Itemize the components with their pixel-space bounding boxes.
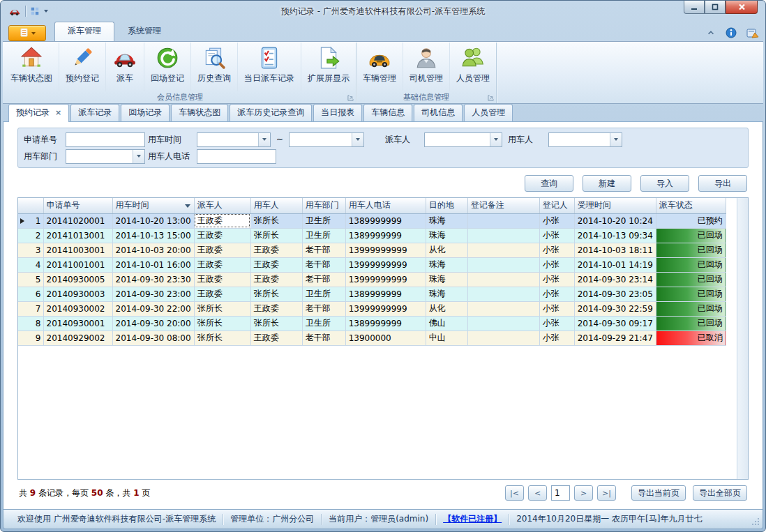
maximize-button[interactable] [705, 1, 726, 14]
doc-tab-人员管理[interactable]: 人员管理 [464, 104, 513, 121]
ribbon-button-预约登记[interactable]: 预约登记 [59, 43, 106, 91]
ribbon-button-扩展屏显示[interactable]: 扩展屏显示 [301, 43, 356, 91]
cell-request_no[interactable]: 20141003001 [43, 243, 112, 257]
cell-request_no[interactable]: 20140930003 [43, 287, 112, 301]
cell-dispatcher[interactable]: 张所长 [194, 316, 250, 330]
column-header-selector[interactable] [18, 198, 43, 213]
table-row[interactable]: 2201410130012014-10-13 15:00王政委张所长卫生所138… [18, 228, 726, 243]
user-combo[interactable] [548, 132, 622, 147]
cell-department[interactable]: 老干部 [302, 330, 345, 345]
cell-registrar[interactable]: 小张 [539, 316, 574, 330]
column-header-受理时间[interactable]: 受理时间 [574, 198, 656, 213]
cell-status[interactable]: 已回场 [656, 228, 726, 243]
about-icon[interactable] [746, 27, 759, 38]
registration-link[interactable]: 【软件已注册】 [436, 513, 509, 525]
export-all-pages-button[interactable]: 导出全部页 [693, 485, 747, 501]
cell-accept_time[interactable]: 2014-09-30 23:05 [574, 287, 656, 301]
table-row[interactable]: 1201410200012014-10-20 13:00王政委张所长卫生所138… [18, 213, 726, 228]
cell-registrar[interactable]: 小张 [539, 301, 574, 316]
column-header-派车状态[interactable]: 派车状态 [656, 198, 726, 213]
cell-phone[interactable]: 1389999999 [345, 316, 426, 330]
doc-tab-回场记录[interactable]: 回场记录 [121, 104, 170, 121]
cell-accept_time[interactable]: 2014-10-01 14:19 [574, 257, 656, 272]
cell-remark[interactable] [467, 257, 539, 272]
column-header-目的地[interactable]: 目的地 [426, 198, 467, 213]
cell-accept_time[interactable]: 2014-10-03 18:11 [574, 243, 656, 257]
cell-use_time[interactable]: 2014-09-30 23:30 [112, 272, 194, 287]
cell-registrar[interactable]: 小张 [539, 287, 574, 301]
cell-remark[interactable] [467, 301, 539, 316]
cell-request_no[interactable]: 20141001001 [43, 257, 112, 272]
cell-remark[interactable] [467, 228, 539, 243]
dialog-launcher-icon[interactable] [347, 95, 354, 101]
cell-department[interactable]: 老干部 [302, 243, 345, 257]
cell-accept_time[interactable]: 2014-09-30 09:17 [574, 316, 656, 330]
request-no-input[interactable] [66, 132, 145, 147]
column-header-登记人[interactable]: 登记人 [539, 198, 574, 213]
cell-destination[interactable]: 珠海 [426, 213, 467, 228]
cell-request_no[interactable]: 20140930002 [43, 301, 112, 316]
combo-arrow-icon[interactable] [610, 133, 622, 146]
cell-phone[interactable]: 13999999999 [345, 301, 426, 316]
cell-registrar[interactable]: 小张 [539, 272, 574, 287]
prev-page-button[interactable]: < [528, 485, 547, 501]
ribbon-button-人员管理[interactable]: 人员管理 [450, 43, 496, 91]
column-header-申请单号[interactable]: 申请单号 [43, 198, 112, 213]
collapse-ribbon-icon[interactable] [706, 29, 716, 37]
cell-department[interactable]: 老干部 [302, 257, 345, 272]
export-button[interactable]: 导出 [698, 175, 747, 192]
import-button[interactable]: 导入 [640, 175, 689, 192]
table-row[interactable]: 8201409300012014-09-30 20:00张所长张所长卫生所138… [18, 316, 726, 330]
cell-use_time[interactable]: 2014-10-01 16:00 [112, 257, 194, 272]
doc-tab-车辆信息[interactable]: 车辆信息 [363, 104, 412, 121]
cell-request_no[interactable]: 20141020001 [43, 213, 112, 228]
table-row[interactable]: 6201409300032014-09-30 23:00王政委张所长卫生所138… [18, 287, 726, 301]
cell-status[interactable]: 已预约 [656, 213, 726, 228]
cell-remark[interactable] [467, 243, 539, 257]
column-header-用车部门[interactable]: 用车部门 [302, 198, 345, 213]
sort-arrow-icon[interactable] [185, 204, 190, 208]
cell-remark[interactable] [467, 213, 539, 228]
next-page-button[interactable]: > [574, 485, 593, 501]
row-selector-cell[interactable]: 3 [18, 243, 43, 257]
dropdown-arrow-icon[interactable] [44, 10, 48, 13]
cell-status[interactable]: 已回场 [656, 243, 726, 257]
cell-remark[interactable] [467, 316, 539, 330]
combo-arrow-icon[interactable] [133, 150, 144, 163]
cell-use_time[interactable]: 2014-09-30 23:00 [112, 287, 194, 301]
cell-request_no[interactable]: 20140929002 [43, 330, 112, 345]
cell-status[interactable]: 已取消 [656, 330, 726, 345]
cell-destination[interactable]: 佛山 [426, 316, 467, 330]
ribbon-tab-系统管理[interactable]: 系统管理 [114, 22, 174, 41]
row-selector-cell[interactable]: 1 [18, 213, 43, 228]
phone-input[interactable] [197, 149, 276, 164]
use-time-from-combo[interactable] [197, 132, 271, 147]
column-header-登记备注[interactable]: 登记备注 [467, 198, 539, 213]
cell-phone[interactable]: 13999999999 [345, 272, 426, 287]
cell-phone[interactable]: 13999999999 [345, 257, 426, 272]
cell-registrar[interactable]: 小张 [539, 330, 574, 345]
cell-dispatcher[interactable]: 王政委 [194, 213, 250, 228]
cell-user[interactable]: 张所长 [250, 287, 302, 301]
ribbon-button-车辆管理[interactable]: 车辆管理 [356, 43, 403, 91]
row-selector-cell[interactable]: 9 [18, 330, 43, 345]
row-selector-cell[interactable]: 7 [18, 301, 43, 316]
combo-arrow-icon[interactable] [490, 133, 502, 146]
cell-accept_time[interactable]: 2014-09-29 21:47 [574, 330, 656, 345]
cell-user[interactable]: 张所长 [250, 213, 302, 228]
cell-request_no[interactable]: 20140930001 [43, 316, 112, 330]
cell-user[interactable]: 张所长 [250, 316, 302, 330]
cell-user[interactable]: 王政委 [250, 243, 302, 257]
cell-dispatcher[interactable]: 王政委 [194, 228, 250, 243]
cell-destination[interactable]: 从化 [426, 243, 467, 257]
cell-dispatcher[interactable]: 张所长 [194, 301, 250, 316]
application-menu-button[interactable] [8, 25, 46, 41]
cell-destination[interactable]: 中山 [426, 330, 467, 345]
table-row[interactable]: 9201409290022014-09-30 08:00张所长王政委老干部139… [18, 330, 726, 345]
table-row[interactable]: 5201409300052014-09-30 23:30王政委王政委老干部139… [18, 272, 726, 287]
ribbon-button-派车[interactable]: 派车 [106, 43, 144, 91]
cell-user[interactable]: 王政委 [250, 301, 302, 316]
query-button[interactable]: 查询 [525, 175, 573, 192]
ribbon-button-回场登记[interactable]: 回场登记 [144, 43, 191, 91]
ribbon-button-司机管理[interactable]: 司机管理 [403, 43, 450, 91]
